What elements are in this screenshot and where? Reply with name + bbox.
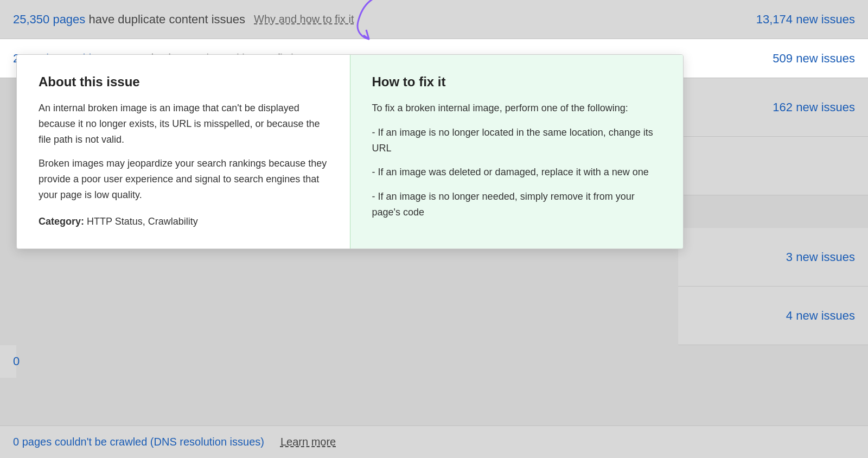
popup-about-para2: Broken images may jeopardize your search…	[39, 156, 328, 202]
row1-text: 25,350 pages have duplicate content issu…	[13, 12, 245, 27]
row-duplicate-content: 25,350 pages have duplicate content issu…	[0, 0, 868, 39]
row-bg-6: 4 new issues	[678, 287, 868, 345]
bottom-row: 0 pages couldn't be crawled (DNS resolut…	[0, 425, 868, 458]
popup-howtofix-bullet2: - If an image was deleted or damaged, re…	[372, 164, 662, 180]
row-bg-5: 3 new issues	[678, 228, 868, 287]
popup-category-label: Category:	[39, 216, 84, 227]
popup-category-value: HTTP Status, Crawlability	[84, 216, 198, 227]
popup-about-para1: An internal broken image is an image tha…	[39, 100, 328, 147]
bottom-crawl-text: 0 pages couldn't be crawled (DNS resolut…	[13, 436, 264, 448]
popup-howtofix-bullet3: - If an image is no longer needed, simpl…	[372, 189, 662, 220]
row1-fix-link[interactable]: Why and how to fix it	[254, 13, 354, 26]
learn-more-link[interactable]: Learn more	[280, 436, 336, 448]
popup-howtofix-section: How to fix it To fix a broken internal i…	[350, 55, 684, 249]
row5-new-issues: 3 new issues	[714, 250, 855, 264]
popup-about-section: About this issue An internal broken imag…	[17, 55, 350, 249]
popup-howtofix-title: How to fix it	[372, 74, 662, 90]
row7-number: 0	[13, 354, 20, 368]
popup-about-title: About this issue	[39, 74, 328, 90]
row6-new-issues: 4 new issues	[714, 309, 855, 323]
popup-category: Category: HTTP Status, Crawlability	[39, 216, 328, 227]
row1-rest: have duplicate content issues	[85, 12, 245, 26]
row-bg-7-left: 0	[0, 345, 16, 378]
row1-highlight: 25,350 pages	[13, 12, 85, 26]
row3-new-issues: 162 new issues	[714, 100, 855, 114]
popup-howtofix-bullet1: - If an image is no longer located in th…	[372, 125, 662, 156]
row-bg-3: 162 new issues	[678, 78, 868, 137]
popup-howtofix-intro: To fix a broken internal image, perform …	[372, 100, 662, 116]
row2-new-issues: 509 new issues	[714, 52, 855, 66]
info-popup: About this issue An internal broken imag…	[16, 54, 684, 249]
row-bg-4	[678, 137, 868, 195]
row1-new-issues: 13,174 new issues	[714, 12, 855, 27]
